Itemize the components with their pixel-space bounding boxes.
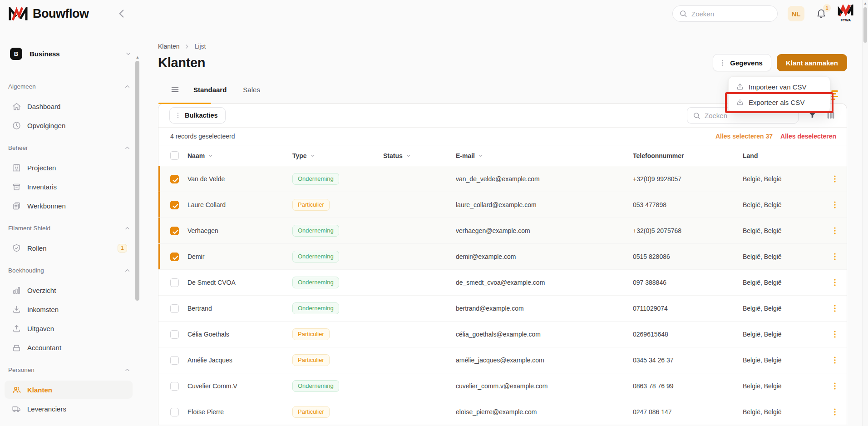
type-badge: Onderneming [292,277,339,288]
language-switcher[interactable]: NL [788,6,804,21]
table-row-cuvelier-comm-v: Cuvelier Comm.VOndernemingcuvelier_comm.… [158,373,847,399]
sidebar-section-header-filament-shield[interactable]: Filament Shield [0,218,141,238]
app-logo[interactable]: Bouwflow [8,7,89,21]
cell-type: Onderneming [292,173,383,185]
tab-sales[interactable]: Sales [243,86,260,94]
sidebar-scrollbar[interactable]: ▲ ▼ [135,54,140,426]
sidebar-item-label: Dashboard [27,103,127,110]
chevron-up-icon [124,83,131,90]
create-client-button[interactable]: Klant aanmaken [777,54,847,71]
sidebar-item-opvolgingen[interactable]: Opvolgingen [5,116,133,134]
row-actions-kebab-icon[interactable] [830,355,840,365]
select-all-link[interactable]: Alles selecteren 37 [715,133,773,140]
sidebar-item-leveranciers[interactable]: Leveranciers [5,400,133,418]
breadcrumb-parent[interactable]: Klanten [158,43,179,50]
global-search-input[interactable] [691,10,771,18]
row-checkbox-cell [158,201,187,209]
row-actions-kebab-icon[interactable] [830,226,840,236]
row-actions-kebab-icon[interactable] [830,174,840,184]
team-switcher[interactable]: B Business [10,44,132,64]
select-all-checkbox[interactable] [170,151,179,160]
deselect-all-link[interactable]: Alles deselecteren [780,133,836,140]
type-badge: Particulier [292,406,330,418]
cell-email: amélie_jacques@example.com [456,357,633,364]
hamburger-icon[interactable] [170,85,180,94]
row-checkbox[interactable] [170,382,179,391]
bulk-actions-button[interactable]: Bulkacties [169,107,226,124]
sidebar-section-header-beheer[interactable]: Beheer [0,138,141,158]
row-checkbox[interactable] [170,227,179,235]
tab-standaard[interactable]: Standaard [193,86,227,94]
scroll-up-arrow-icon[interactable]: ▲ [135,54,140,60]
row-checkbox[interactable] [170,356,179,365]
sidebar-item-overzicht[interactable]: Overzicht [5,281,133,299]
row-actions-kebab-icon[interactable] [830,303,840,313]
row-checkbox-cell [158,175,187,183]
row-checkbox[interactable] [170,408,179,416]
row-actions-kebab-icon[interactable] [830,381,840,391]
row-actions-kebab-icon[interactable] [830,277,840,287]
row-checkbox[interactable] [170,330,179,339]
global-search[interactable] [672,5,778,22]
window-scrollbar-thumb[interactable] [863,7,867,43]
gegevens-button[interactable]: Gegevens [713,54,771,71]
cell-name: Eloïse Pierre [187,408,292,416]
notifications-button[interactable]: 1 [815,8,827,20]
row-actions-kebab-icon[interactable] [830,252,840,262]
row-checkbox[interactable] [170,201,179,209]
cell-name: Demir [187,253,292,260]
cell-email: eloïse_pierre@example.com [456,408,633,416]
sidebar-collapse-button[interactable] [116,8,128,20]
cell-type: Particulier [292,328,383,340]
column-header-label: Naam [187,152,205,159]
row-checkbox[interactable] [170,278,179,287]
dots-vertical-icon [174,112,182,119]
row-actions-kebab-icon[interactable] [830,407,840,417]
column-header-naam[interactable]: Naam [187,152,292,159]
table-search-input[interactable] [705,112,793,119]
column-header-type[interactable]: Type [292,152,383,159]
sidebar-section-header-boekhouding[interactable]: Boekhouding [0,260,141,280]
row-actions-kebab-icon[interactable] [830,200,840,210]
user-avatar[interactable]: FTWA [837,5,854,23]
sidebar-item-label: Overzicht [27,287,127,294]
create-client-button-label: Klant aanmaken [786,59,838,67]
row-actions-kebab-icon[interactable] [830,329,840,339]
sidebar-item-label: Werkbonnen [27,202,127,210]
sidebar-scrollbar-thumb[interactable] [135,61,139,301]
cell-type: Onderneming [292,302,383,314]
sidebar-item-werkbonnen[interactable]: Werkbonnen [5,197,133,215]
cell-email: bertrand@example.com [456,305,633,312]
table-header-row: NaamTypeStatusE-mailTelefoonnummerLand [158,145,847,166]
column-header-e-mail[interactable]: E-mail [456,152,633,159]
window-scrollbar[interactable]: ▲ [862,0,868,426]
cell-name: Laure Collard [187,201,292,208]
sidebar-item-accountant[interactable]: Accountant [5,338,133,357]
sidebar-section-header-algemeen[interactable]: Algemeen [0,76,141,96]
cell-email: van_de_velde@example.com [456,175,633,183]
scroll-up-arrow-icon[interactable]: ▲ [863,1,868,5]
orange-list-icon [831,90,838,100]
sidebar-item-uitgaven[interactable]: Uitgaven [5,319,133,337]
sidebar-item-projecten[interactable]: Projecten [5,159,133,177]
row-checkbox-cell [158,330,187,339]
sidebar-item-inkomsten[interactable]: Inkomsten [5,300,133,318]
table-body: Van de VeldeOndernemingvan_de_velde@exam… [158,166,847,425]
menu-item-exporteer-als-csv[interactable]: Exporteer als CSV [729,94,830,110]
sidebar-section-beheer: BeheerProjectenInventarisWerkbonnen [0,138,141,215]
sidebar-item-klanten[interactable]: Klanten [5,381,133,399]
column-header-status[interactable]: Status [383,152,456,159]
cell-type: Onderneming [292,225,383,237]
sidebar-item-dashboard[interactable]: Dashboard [5,97,133,115]
sidebar-item-rollen[interactable]: Rollen1 [5,239,133,257]
row-checkbox[interactable] [170,175,179,183]
row-checkbox[interactable] [170,304,179,313]
row-checkbox[interactable] [170,253,179,261]
cell-email: de_smedt_cvoa@example.com [456,279,633,286]
sidebar-section-header-personen[interactable]: Personen [0,360,141,380]
sidebar-item-inventaris[interactable]: Inventaris [5,178,133,196]
cell-email: laure_collard@example.com [456,201,633,208]
menu-item-importeer-van-csv[interactable]: Importeer van CSV [729,79,830,94]
avatar-text: FTWA [841,18,851,22]
cell-country: België, België [743,279,822,286]
